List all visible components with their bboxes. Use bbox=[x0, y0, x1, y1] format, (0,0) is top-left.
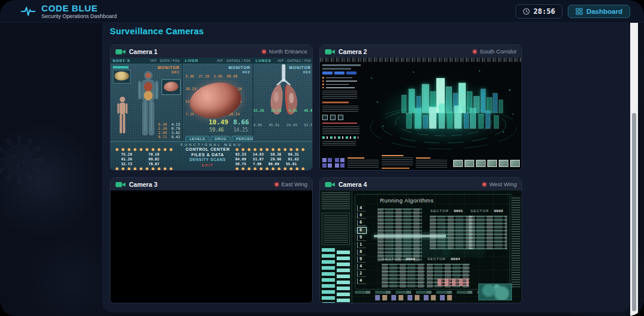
led-dot-row bbox=[235, 167, 305, 170]
hud-chip-row bbox=[322, 71, 361, 74]
sector-table-1 bbox=[430, 216, 473, 249]
stat-row: 8.719.42 bbox=[156, 135, 180, 139]
menu-items: CONTROL CENTER FILES & DATA DENSITY SCAN… bbox=[180, 147, 235, 170]
menu-item-files-data[interactable]: FILES & DATA bbox=[180, 153, 235, 158]
brand: CODE BLUE Security Operations Dashboard bbox=[20, 3, 117, 20]
hud-square-group bbox=[335, 158, 345, 169]
sidebar-bar-column bbox=[337, 251, 350, 303]
mini-map bbox=[478, 284, 512, 300]
digit-column: 4 8 6 6 9 1 8 9 4 2 4 bbox=[357, 205, 367, 284]
led-dot-row bbox=[115, 148, 173, 151]
video-camera-icon bbox=[325, 47, 335, 56]
hud-bar bbox=[322, 68, 351, 70]
camera-location: West Wing bbox=[483, 181, 517, 187]
body-figure-small bbox=[114, 94, 131, 139]
digit: 6 bbox=[357, 220, 366, 226]
camera-card-3: Camera 3 East Wing bbox=[110, 177, 313, 303]
menu-item-density-scans[interactable]: DENSITY SCANS bbox=[180, 157, 235, 163]
camera-card-1: Camera 1 North Entrance BODY S INT · DAT… bbox=[110, 44, 313, 171]
hud-text-block bbox=[322, 141, 356, 147]
sidebar-outlined-block bbox=[322, 213, 350, 245]
panel-title: LIVER bbox=[185, 58, 199, 64]
hud-chip bbox=[334, 71, 345, 74]
hud-text-block bbox=[322, 106, 358, 112]
panel-title: LUNGS bbox=[256, 58, 271, 64]
dashboard-button[interactable]: Dashboard bbox=[568, 5, 630, 18]
monitor-panel-body: BODY S INT · DATA / F04 MONITOR 001 bbox=[110, 58, 182, 141]
hud-thumbnail bbox=[465, 160, 474, 167]
camera-location: North Entrance bbox=[262, 48, 307, 55]
hud-chip bbox=[322, 71, 333, 74]
hud-icon bbox=[330, 115, 336, 120]
hud-tick-row bbox=[322, 136, 358, 139]
video-camera-icon bbox=[115, 47, 125, 56]
camera-card-2: Camera 2 South Corridor bbox=[319, 44, 522, 171]
hud-section-bar bbox=[322, 102, 349, 103]
scrollbar-thumb[interactable] bbox=[632, 113, 636, 311]
tab-levels[interactable]: LEVELS bbox=[185, 136, 209, 141]
hud-text-group bbox=[416, 157, 447, 169]
bottom-chip-row bbox=[375, 295, 453, 300]
camera-location-label: East Wing bbox=[281, 181, 307, 187]
hologram-city bbox=[360, 60, 520, 154]
stat-row: 2.308.79 bbox=[156, 126, 180, 130]
algorithms-title: Running Algorithms bbox=[380, 197, 434, 204]
camera-feed-2[interactable] bbox=[320, 58, 522, 170]
brain-image bbox=[115, 71, 129, 81]
hud-icon bbox=[322, 115, 328, 120]
tab-drug[interactable]: DRUG bbox=[211, 136, 231, 141]
right-data-strip bbox=[510, 195, 522, 288]
sector-table-2 bbox=[469, 216, 507, 249]
digit: 1 bbox=[357, 242, 366, 248]
camera-card-header: Camera 4 West Wing bbox=[320, 178, 522, 191]
sector-label-3: SECTOR :0003 bbox=[382, 257, 415, 261]
algorithms-sidebar bbox=[320, 190, 352, 303]
stat-row: 2.963.02 bbox=[156, 130, 180, 135]
sidebar-bar-lists bbox=[322, 248, 350, 303]
hud-thumbnail bbox=[499, 160, 508, 167]
camera-location-label: North Entrance bbox=[269, 48, 307, 55]
camera-name: Camera 2 bbox=[339, 48, 367, 55]
led-dot-row bbox=[235, 148, 305, 151]
functional-menu: FUNCTIONAL MENU 75.28 70.18 61.36 99.02 … bbox=[110, 141, 312, 170]
camera-location-label: South Corridor bbox=[480, 48, 517, 55]
camera-card-4: Camera 4 West Wing bbox=[319, 177, 522, 303]
panel-title: BODY S bbox=[113, 58, 130, 64]
dashboard-grid-icon bbox=[576, 8, 583, 15]
camera-name: Camera 4 bbox=[339, 181, 367, 188]
menu-item-control-center[interactable]: CONTROL CENTER bbox=[180, 147, 235, 153]
liver-tabs: LEVELS DRUG PERCENT bbox=[185, 136, 260, 141]
camera-card-header: Camera 2 South Corridor bbox=[320, 45, 522, 58]
camera-name: Camera 1 bbox=[129, 48, 157, 55]
status-dot bbox=[275, 183, 278, 186]
sector-table-3 bbox=[382, 264, 425, 288]
scrollbar[interactable] bbox=[630, 23, 638, 316]
functional-menu-title: FUNCTIONAL MENU bbox=[110, 143, 312, 147]
camera-feed-1[interactable]: BODY S INT · DATA / F04 MONITOR 001 bbox=[110, 58, 312, 170]
liver-primary-values: 10.498.66 bbox=[208, 118, 249, 126]
hud-list-item bbox=[322, 87, 361, 89]
hud-chip bbox=[346, 71, 357, 74]
panel-header: BODY S INT · DATA / F04 bbox=[110, 58, 182, 64]
camera-card-header: Camera 3 East Wing bbox=[110, 178, 312, 191]
digit-highlighted: 6 bbox=[357, 227, 367, 234]
page-title: Surveillance Cameras bbox=[110, 26, 204, 36]
hud-icon bbox=[338, 115, 343, 120]
camera-card-header: Camera 1 North Entrance bbox=[110, 45, 312, 58]
sidebar-text-block bbox=[322, 192, 350, 210]
brain-scan-label bbox=[113, 66, 128, 68]
video-camera-icon bbox=[325, 180, 335, 189]
app-window: CODE BLUE Security Operations Dashboard … bbox=[0, 0, 644, 316]
camera-feed-4[interactable]: 4 8 6 6 9 1 8 9 4 2 4 Running Algorithms… bbox=[320, 190, 522, 303]
hud-text-block bbox=[322, 126, 360, 134]
menu-item-exit[interactable]: EXIT bbox=[180, 163, 235, 168]
camera-feed-3[interactable] bbox=[110, 190, 312, 303]
digit: 4 bbox=[357, 205, 366, 211]
sector-label-2: SECTOR :0002 bbox=[471, 209, 504, 213]
liver-mini-image bbox=[164, 82, 178, 91]
red-pixel-cluster bbox=[438, 279, 469, 286]
digit: 4 bbox=[357, 264, 366, 270]
hud-thumbnail bbox=[510, 160, 520, 167]
hud-icon-row bbox=[322, 115, 361, 120]
brand-title: CODE BLUE bbox=[41, 3, 117, 13]
